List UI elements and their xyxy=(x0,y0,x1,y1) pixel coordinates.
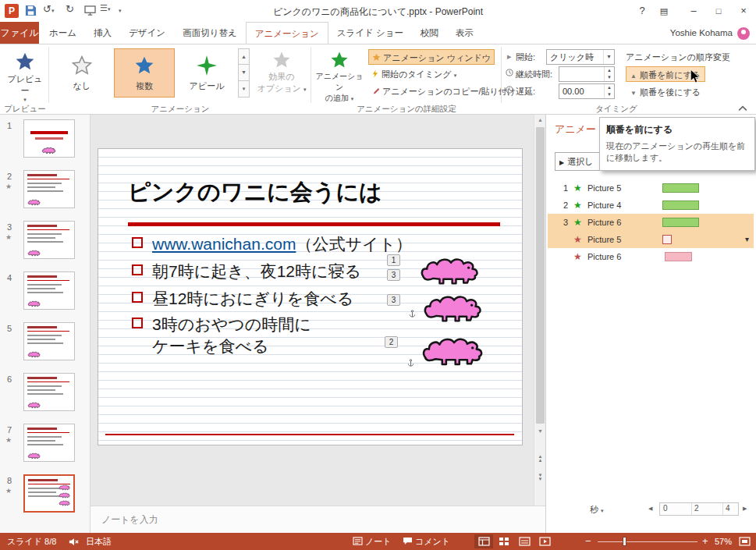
animation-item-picture-6[interactable]: ★Picture 6 xyxy=(548,248,754,265)
fit-slide-button[interactable] xyxy=(735,534,754,548)
timeline-scroll-right-icon[interactable]: ▶ xyxy=(743,506,747,512)
seconds-dropdown[interactable]: 秒 ▾ xyxy=(590,504,604,516)
notes-area[interactable]: ノートを入力 xyxy=(91,506,545,533)
delay-spinner[interactable]: 00.00▲▼ xyxy=(559,83,615,99)
ribbon-display-options-button[interactable]: ▤ xyxy=(653,0,675,22)
speaker-mute-icon[interactable] xyxy=(69,538,80,546)
add-animation-button[interactable]: アニメーション の追加 ▾ xyxy=(314,48,365,100)
collapse-ribbon-icon[interactable] xyxy=(738,105,747,112)
zoom-slider-handle[interactable] xyxy=(623,537,626,546)
help-button[interactable]: ? xyxy=(631,0,653,22)
trigger-button[interactable]: 開始のタイミング ▾ xyxy=(368,66,460,82)
vertical-scrollbar[interactable]: ▲ ▼ ▲▲ ▼▼ xyxy=(534,115,545,506)
slide-thumbnail-3[interactable] xyxy=(23,221,75,259)
slideshow-view-button[interactable] xyxy=(535,534,554,548)
animation-item-picture-5[interactable]: ★Picture 5▾ xyxy=(548,231,754,248)
pink-crocodile-image-2[interactable] xyxy=(415,293,493,325)
comments-toggle-button[interactable]: コメント xyxy=(403,533,450,550)
animation-order-badge[interactable]: 1 xyxy=(387,254,400,266)
duration-spinner[interactable]: ▲▼ xyxy=(559,66,615,82)
animation-none[interactable]: なし xyxy=(51,48,112,98)
preview-button[interactable]: プレビュー▾ xyxy=(5,48,45,100)
play-selected-button[interactable]: ▶選択し xyxy=(555,152,603,171)
touch-mode-button[interactable]: ☰▾ xyxy=(100,3,110,13)
tab-ホーム[interactable]: ホーム xyxy=(41,22,85,44)
slide-thumbnail-4[interactable] xyxy=(23,271,75,310)
animation-item-picture-6[interactable]: 3★Picture 6 xyxy=(548,214,754,231)
tab-スライド ショー[interactable]: スライド ショー xyxy=(328,22,412,44)
slide-thumbnail-6[interactable] xyxy=(23,373,75,411)
save-icon[interactable] xyxy=(25,5,37,16)
zoom-out-button[interactable]: − xyxy=(585,533,591,550)
animation-pane-title: アニメー xyxy=(555,122,596,137)
slide-thumbnail-7[interactable] xyxy=(23,424,75,462)
notes-toggle-button[interactable]: ノート xyxy=(353,533,392,550)
pink-crocodile-image-1[interactable] xyxy=(412,255,490,288)
qat-customize-button[interactable]: ▾ xyxy=(119,3,122,15)
bullet-item-1[interactable]: www.wanichan.com（公式サイト） xyxy=(132,233,412,255)
gallery-scroll-up-icon[interactable]: ▲ xyxy=(238,48,250,65)
animation-star-icon[interactable]: ★ xyxy=(5,436,12,444)
slide-thumbnail-8[interactable] xyxy=(23,474,75,513)
animation-item-picture-5[interactable]: 1★Picture 5 xyxy=(548,179,754,197)
close-button[interactable]: × xyxy=(733,0,754,22)
animation-pane-toggle-button[interactable]: アニメーション ウィンドウ xyxy=(368,49,495,65)
item-dropdown-icon[interactable]: ▾ xyxy=(745,231,749,248)
scrollbar-thumb[interactable] xyxy=(536,127,545,424)
slide-thumbnail-5[interactable] xyxy=(23,322,75,360)
tab-デザイン[interactable]: デザイン xyxy=(120,22,174,44)
zoom-percentage[interactable]: 57% xyxy=(715,533,732,550)
slide-sorter-view-button[interactable] xyxy=(495,534,513,548)
tab-表示[interactable]: 表示 xyxy=(447,22,482,44)
bullet-item-3[interactable]: 昼12時におにぎりを食べる xyxy=(132,288,353,310)
animation-multiple[interactable]: 複数 xyxy=(114,48,175,98)
bullet-item-5[interactable]: ケーキを食べる xyxy=(152,335,268,357)
pink-crocodile-image-3[interactable] xyxy=(415,335,493,369)
normal-view-button[interactable] xyxy=(474,534,493,548)
account-area[interactable]: Yoshie Kohama xyxy=(670,22,750,44)
redo-button[interactable]: ↻ xyxy=(66,3,74,15)
animation-item-picture-4[interactable]: 2★Picture 4 xyxy=(548,197,754,214)
animation-appeal[interactable]: アピール xyxy=(176,48,237,98)
timeline-scroll-left-icon[interactable]: ◀ xyxy=(648,506,652,512)
user-avatar-icon[interactable] xyxy=(737,27,750,40)
reading-view-button[interactable] xyxy=(515,534,534,548)
animation-star-icon[interactable]: ★ xyxy=(5,233,12,241)
gallery-scroll-down-icon[interactable]: ▼ xyxy=(238,65,250,81)
scroll-down-icon[interactable]: ▼ xyxy=(534,428,546,434)
start-slideshow-icon[interactable] xyxy=(84,5,96,16)
move-later-button[interactable]: ▼順番を後にする xyxy=(626,83,705,99)
maximize-button[interactable]: □ xyxy=(708,0,729,22)
bullet-item-4[interactable]: 3時のおやつの時間に xyxy=(132,314,311,335)
wanichan-link[interactable]: www.wanichan.com xyxy=(152,235,296,253)
zoom-in-button[interactable]: + xyxy=(702,533,708,550)
animation-painter-button[interactable]: アニメーションのコピー/貼り付け xyxy=(368,83,519,99)
slide-thumbnail-2[interactable] xyxy=(23,170,75,208)
effect-options-button[interactable]: 効果の オプション ▾ xyxy=(254,48,309,100)
animation-order-badge[interactable]: 3 xyxy=(387,294,400,306)
tab-挿入[interactable]: 挿入 xyxy=(85,22,120,44)
animation-order-badge[interactable]: 2 xyxy=(385,336,398,348)
gallery-more-icon[interactable]: ▾ xyxy=(238,81,250,98)
tab-file[interactable]: ファイル xyxy=(0,22,39,44)
timeline-scale[interactable]: 024 xyxy=(659,502,739,516)
language-indicator[interactable]: 日本語 xyxy=(86,533,112,550)
animation-order-badge[interactable]: 3 xyxy=(387,269,400,281)
tab-校閲[interactable]: 校閲 xyxy=(412,22,447,44)
previous-slide-button[interactable]: ▲▲ xyxy=(534,455,546,463)
scroll-up-icon[interactable]: ▲ xyxy=(534,117,546,122)
slide-indicator[interactable]: スライド 8/8 xyxy=(7,533,56,550)
undo-button[interactable]: ↺▾ xyxy=(43,3,54,15)
zoom-slider-track[interactable] xyxy=(598,541,697,542)
animation-star-icon[interactable]: ★ xyxy=(5,183,12,190)
slide-canvas[interactable]: ピンクのワニに会うには www.wanichan.com（公式サイト） 朝7時に… xyxy=(98,148,523,445)
bullet-item-2[interactable]: 朝7時に起き、夜12時に寝る xyxy=(132,261,361,282)
slide-title[interactable]: ピンクのワニに会うには xyxy=(128,177,382,208)
slide-thumbnail-1[interactable] xyxy=(23,119,75,158)
next-slide-button[interactable]: ▼▼ xyxy=(534,474,546,481)
tab-画面切り替え[interactable]: 画面切り替え xyxy=(174,22,246,44)
animation-star-icon[interactable]: ★ xyxy=(5,487,12,495)
tab-アニメーション[interactable]: アニメーション xyxy=(246,22,328,44)
start-dropdown[interactable]: クリック時▾ xyxy=(546,49,615,65)
minimize-button[interactable]: – xyxy=(683,0,705,22)
